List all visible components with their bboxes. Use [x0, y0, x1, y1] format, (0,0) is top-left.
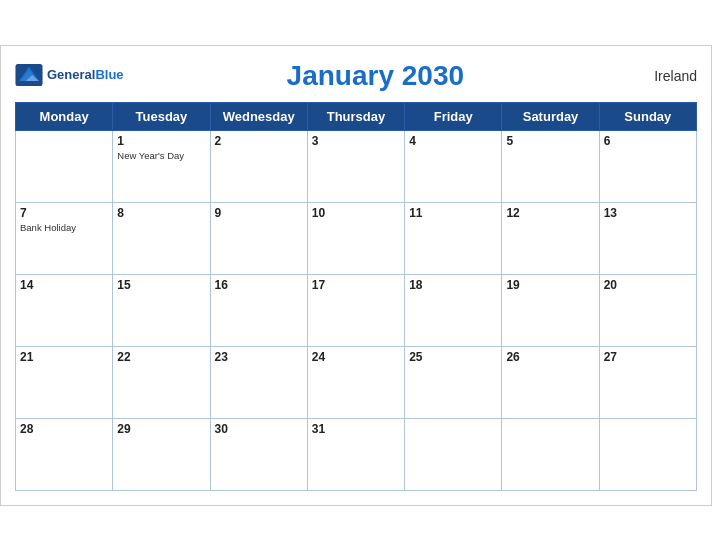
day-cell: 27: [599, 346, 696, 418]
day-number: 16: [215, 278, 303, 292]
day-cell: 28: [16, 418, 113, 490]
day-number: 21: [20, 350, 108, 364]
day-cell: 12: [502, 202, 599, 274]
day-cell: 8: [113, 202, 210, 274]
day-header-friday: Friday: [405, 102, 502, 130]
day-number: 27: [604, 350, 692, 364]
day-cell: 13: [599, 202, 696, 274]
day-number: 30: [215, 422, 303, 436]
day-cell: 16: [210, 274, 307, 346]
day-cell: 4: [405, 130, 502, 202]
day-number: 11: [409, 206, 497, 220]
week-row-4: 21222324252627: [16, 346, 697, 418]
day-cell: 29: [113, 418, 210, 490]
calendar-country: Ireland: [627, 68, 697, 84]
day-cell: [16, 130, 113, 202]
day-header-wednesday: Wednesday: [210, 102, 307, 130]
day-number: 28: [20, 422, 108, 436]
day-number: 10: [312, 206, 400, 220]
day-number: 8: [117, 206, 205, 220]
day-number: 22: [117, 350, 205, 364]
day-cell: 20: [599, 274, 696, 346]
day-number: 6: [604, 134, 692, 148]
day-number: 24: [312, 350, 400, 364]
day-number: 15: [117, 278, 205, 292]
day-number: 20: [604, 278, 692, 292]
calendar-container: GeneralBlue January 2030 Ireland MondayT…: [0, 45, 712, 506]
day-number: 12: [506, 206, 594, 220]
day-number: 19: [506, 278, 594, 292]
day-cell: 6: [599, 130, 696, 202]
day-header-saturday: Saturday: [502, 102, 599, 130]
calendar-title: January 2030: [124, 60, 627, 92]
day-cell: 10: [307, 202, 404, 274]
day-cell: 31: [307, 418, 404, 490]
days-header-row: MondayTuesdayWednesdayThursdayFridaySatu…: [16, 102, 697, 130]
week-row-5: 28293031: [16, 418, 697, 490]
day-number: 1: [117, 134, 205, 148]
day-header-monday: Monday: [16, 102, 113, 130]
logo-text: GeneralBlue: [47, 68, 124, 82]
day-cell: 2: [210, 130, 307, 202]
day-number: 23: [215, 350, 303, 364]
day-number: 17: [312, 278, 400, 292]
day-number: 29: [117, 422, 205, 436]
day-event: New Year's Day: [117, 150, 205, 161]
week-row-3: 14151617181920: [16, 274, 697, 346]
week-row-1: 1New Year's Day23456: [16, 130, 697, 202]
day-number: 13: [604, 206, 692, 220]
day-cell: 24: [307, 346, 404, 418]
day-cell: 30: [210, 418, 307, 490]
day-cell: [599, 418, 696, 490]
day-cell: 22: [113, 346, 210, 418]
calendar-header: GeneralBlue January 2030 Ireland: [15, 56, 697, 96]
day-number: 5: [506, 134, 594, 148]
day-number: 18: [409, 278, 497, 292]
day-cell: 3: [307, 130, 404, 202]
day-cell: 1New Year's Day: [113, 130, 210, 202]
day-number: 9: [215, 206, 303, 220]
day-number: 25: [409, 350, 497, 364]
week-row-2: 7Bank Holiday8910111213: [16, 202, 697, 274]
day-header-sunday: Sunday: [599, 102, 696, 130]
day-cell: 23: [210, 346, 307, 418]
day-header-tuesday: Tuesday: [113, 102, 210, 130]
logo-icon: [15, 64, 43, 86]
day-number: 7: [20, 206, 108, 220]
day-cell: [502, 418, 599, 490]
day-number: 2: [215, 134, 303, 148]
day-number: 31: [312, 422, 400, 436]
day-cell: 11: [405, 202, 502, 274]
day-cell: 7Bank Holiday: [16, 202, 113, 274]
day-cell: 17: [307, 274, 404, 346]
day-number: 14: [20, 278, 108, 292]
day-cell: 9: [210, 202, 307, 274]
day-cell: 26: [502, 346, 599, 418]
day-cell: 5: [502, 130, 599, 202]
day-cell: 18: [405, 274, 502, 346]
day-cell: 25: [405, 346, 502, 418]
day-cell: 19: [502, 274, 599, 346]
day-cell: 14: [16, 274, 113, 346]
calendar-table: MondayTuesdayWednesdayThursdayFridaySatu…: [15, 102, 697, 491]
day-number: 4: [409, 134, 497, 148]
day-header-thursday: Thursday: [307, 102, 404, 130]
logo-area: GeneralBlue: [15, 64, 124, 87]
day-cell: 15: [113, 274, 210, 346]
day-cell: 21: [16, 346, 113, 418]
day-number: 3: [312, 134, 400, 148]
day-cell: [405, 418, 502, 490]
day-number: 26: [506, 350, 594, 364]
day-event: Bank Holiday: [20, 222, 108, 233]
